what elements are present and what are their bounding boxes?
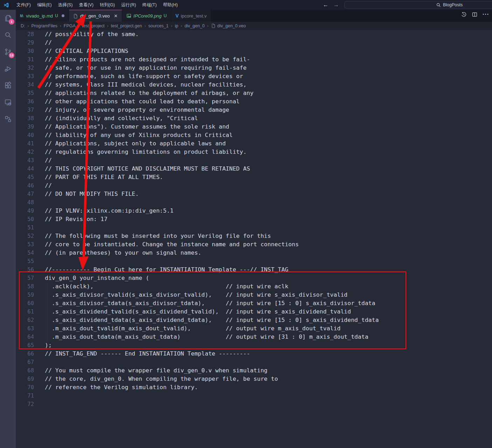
code-line-48[interactable]: 48 bbox=[16, 198, 492, 207]
line-number: 55 bbox=[16, 257, 34, 266]
code-editor[interactable]: 28// possibility of the same.29//30// CR… bbox=[16, 30, 492, 448]
code-line-30[interactable]: 30// CRITICAL APPLICATIONS bbox=[16, 47, 492, 55]
code-line-65[interactable]: 65); bbox=[16, 341, 492, 350]
code-line-64[interactable]: 64 .m_axis_dout_tdata(m_axis_dout_tdata)… bbox=[16, 333, 492, 341]
activity-bar-item-run-debug[interactable] bbox=[0, 60, 16, 77]
code-line-59[interactable]: 59 .s_axis_divisor_tvalid(s_axis_divisor… bbox=[16, 291, 492, 299]
breadcrumb-item-6[interactable]: ip bbox=[175, 23, 178, 28]
tab-div_gen_0-veo[interactable]: div_gen_0.veo✕ bbox=[69, 10, 122, 22]
breadcrumb-item-7[interactable]: div_gen_0 bbox=[185, 23, 205, 28]
code-line-45[interactable]: 45// PART OF THIS FILE AT ALL TIMES. bbox=[16, 173, 492, 181]
activity-bar-item-search[interactable] bbox=[0, 27, 16, 43]
activity-bar-item-remote-explorer[interactable] bbox=[0, 94, 16, 111]
code-line-37[interactable]: 37// injury, or severe property or envir… bbox=[16, 106, 492, 114]
menu-item-5[interactable]: 运行(R) bbox=[118, 1, 139, 9]
tab-bar: M↓vivado_ip.mdUdiv_gen_0.veo✕IPCore09.pn… bbox=[16, 10, 492, 22]
code-line-31[interactable]: 31// Xilinx products are not designed or… bbox=[16, 55, 492, 64]
code-line-70[interactable]: 70// reference the Verilog simulation li… bbox=[16, 383, 492, 392]
line-number: 34 bbox=[16, 81, 34, 89]
menu-item-3[interactable]: 查看(V) bbox=[76, 1, 97, 9]
line-content: .aclk(aclk), // input wire aclk bbox=[34, 282, 288, 291]
code-line-61[interactable]: 61 .s_axis_dividend_tvalid(s_axis_divide… bbox=[16, 308, 492, 316]
breadcrumb-item-4[interactable]: test_project.gen bbox=[111, 23, 142, 28]
breadcrumb-item-5[interactable]: sources_1 bbox=[148, 23, 168, 28]
line-content: // IP Revision: 17 bbox=[34, 215, 108, 223]
code-line-34[interactable]: 34// systems, Class III medical devices,… bbox=[16, 81, 492, 89]
code-line-46[interactable]: 46// bbox=[16, 181, 492, 190]
code-line-58[interactable]: 58 .aclk(aclk), // input wire aclk bbox=[16, 282, 492, 291]
line-content: // bbox=[34, 156, 52, 165]
code-line-32[interactable]: 32// safe, or for use in any application… bbox=[16, 64, 492, 72]
code-line-41[interactable]: 41// Applications, subject only to appli… bbox=[16, 139, 492, 148]
line-content: ); bbox=[34, 341, 52, 350]
close-icon[interactable]: ✕ bbox=[114, 13, 118, 19]
activity-bar-item-source-control[interactable]: 13 bbox=[0, 43, 16, 60]
code-line-38[interactable]: 38// (individually and collectively, "Cr… bbox=[16, 114, 492, 123]
navigate-forward-icon[interactable]: → bbox=[333, 2, 339, 8]
code-line-39[interactable]: 39// Applications"). Customer assumes th… bbox=[16, 123, 492, 131]
code-line-53[interactable]: 53// core to be instantiated. Change the… bbox=[16, 240, 492, 249]
code-line-69[interactable]: 69// the core, div_gen_0. When compiling… bbox=[16, 375, 492, 383]
command-search-box[interactable]: BlogPosts bbox=[344, 1, 492, 9]
code-line-51[interactable]: 51 bbox=[16, 223, 492, 232]
code-line-63[interactable]: 63 .m_axis_dout_tvalid(m_axis_dout_tvali… bbox=[16, 324, 492, 333]
code-line-33[interactable]: 33// performance, such as life-support o… bbox=[16, 72, 492, 81]
code-line-42[interactable]: 42// regulations governing limitations o… bbox=[16, 148, 492, 156]
breadcrumb-item-8[interactable]: div_gen_0.veo bbox=[211, 23, 246, 28]
code-line-35[interactable]: 35// applications related to the deploym… bbox=[16, 89, 492, 97]
tab-label: ipcore_test.v bbox=[181, 13, 207, 19]
breadcrumb-item-0[interactable]: D: bbox=[21, 23, 25, 28]
code-line-49[interactable]: 49// IP VLNV: xilinx.com:ip:div_gen:5.1 bbox=[16, 207, 492, 215]
code-line-44[interactable]: 44// THIS COPYRIGHT NOTICE AND DISCLAIME… bbox=[16, 165, 492, 173]
line-content: // safe, or for use in any application r… bbox=[34, 64, 247, 72]
code-line-66[interactable]: 66// INST_TAG_END ------ End INSTANTIATI… bbox=[16, 350, 492, 358]
navigate-back-icon[interactable]: ← bbox=[323, 2, 328, 8]
run-debug-icon bbox=[4, 64, 12, 73]
more-actions-icon[interactable]: ··· bbox=[483, 11, 489, 18]
line-number: 62 bbox=[16, 316, 34, 324]
menu-item-1[interactable]: 编辑(E) bbox=[34, 1, 55, 9]
code-line-50[interactable]: 50// IP Revision: 17 bbox=[16, 215, 492, 223]
line-content: // injury, or severe property or environ… bbox=[34, 106, 229, 114]
split-editor-icon[interactable] bbox=[472, 12, 478, 18]
menu-item-6[interactable]: 终端(T) bbox=[139, 1, 160, 9]
code-line-52[interactable]: 52// The following must be inserted into… bbox=[16, 232, 492, 240]
tab-IPCore09-png[interactable]: IPCore09.pngU bbox=[122, 10, 171, 22]
breadcrumb-item-1[interactable]: ProgramFiles bbox=[32, 23, 57, 28]
timeline-history-icon[interactable] bbox=[461, 12, 467, 18]
code-line-60[interactable]: 60 .s_axis_divisor_tdata(s_axis_divisor_… bbox=[16, 299, 492, 308]
code-line-54[interactable]: 54// (in parentheses) to your own signal… bbox=[16, 249, 492, 257]
line-content: // THIS COPYRIGHT NOTICE AND DISCLAIMER … bbox=[34, 165, 250, 173]
activity-bar-item-extensions[interactable] bbox=[0, 77, 16, 94]
line-content: // bbox=[34, 39, 52, 47]
menu-item-2[interactable]: 选择(S) bbox=[55, 1, 76, 9]
line-content: //----------- Begin Cut here for INSTANT… bbox=[34, 266, 288, 274]
activity-bar-item-explorer[interactable]: 1 bbox=[0, 10, 16, 27]
code-line-36[interactable]: 36// other applications that could lead … bbox=[16, 97, 492, 106]
code-line-68[interactable]: 68// You must compile the wrapper file d… bbox=[16, 366, 492, 375]
code-line-62[interactable]: 62 .s_axis_dividend_tdata(s_axis_dividen… bbox=[16, 316, 492, 324]
code-line-72[interactable]: 72 bbox=[16, 400, 492, 408]
tab-vivado_ip-md[interactable]: M↓vivado_ip.mdU bbox=[16, 10, 69, 22]
code-line-40[interactable]: 40// liability of any use of Xilinx prod… bbox=[16, 131, 492, 139]
tab-ipcore_test-v[interactable]: Vipcore_test.v bbox=[171, 10, 211, 22]
code-line-55[interactable]: 55 bbox=[16, 257, 492, 266]
code-line-43[interactable]: 43// bbox=[16, 156, 492, 165]
code-line-57[interactable]: 57div_gen_0 your_instance_name ( bbox=[16, 274, 492, 282]
menu-item-4[interactable]: 转到(G) bbox=[97, 1, 118, 9]
markdown-icon: M↓ bbox=[20, 14, 24, 18]
menu-item-0[interactable]: 文件(F) bbox=[13, 1, 34, 9]
line-content: div_gen_0 your_instance_name ( bbox=[34, 274, 149, 282]
breadcrumb-item-2[interactable]: FPGA bbox=[64, 23, 76, 28]
code-line-29[interactable]: 29// bbox=[16, 39, 492, 47]
breadcrumb-item-3[interactable]: test_project bbox=[82, 23, 105, 28]
code-line-67[interactable]: 67 bbox=[16, 358, 492, 366]
code-line-71[interactable]: 71 bbox=[16, 392, 492, 400]
code-line-47[interactable]: 47// DO NOT MODIFY THIS FILE. bbox=[16, 190, 492, 198]
code-line-56[interactable]: 56//----------- Begin Cut here for INSTA… bbox=[16, 266, 492, 274]
menu-item-7[interactable]: 帮助(H) bbox=[160, 1, 181, 9]
search-icon bbox=[4, 31, 12, 39]
line-content bbox=[34, 400, 45, 408]
activity-bar-item-custom-view[interactable] bbox=[0, 111, 16, 127]
code-line-28[interactable]: 28// possibility of the same. bbox=[16, 30, 492, 39]
